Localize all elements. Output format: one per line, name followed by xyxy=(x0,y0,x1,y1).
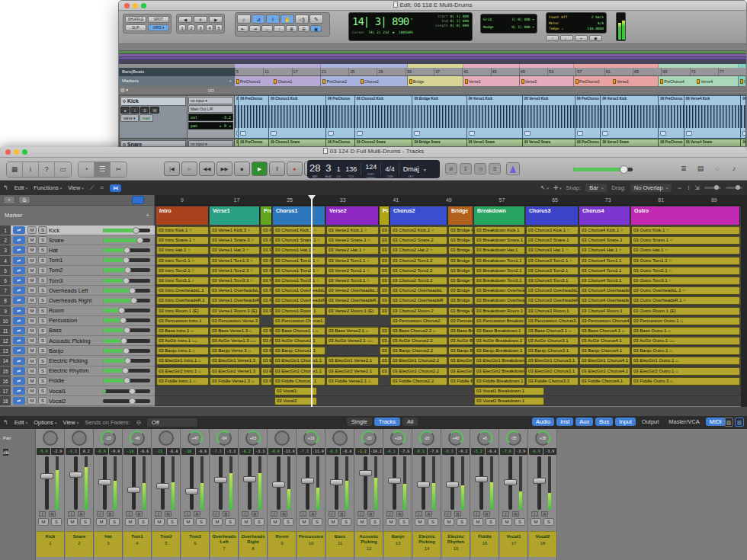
main-counter-value[interactable]: 14| 3| 890 xyxy=(352,14,409,28)
region[interactable]: 03 Bridge T xyxy=(448,277,473,285)
region[interactable]: 03 Banjo Outro.1 ⌂ xyxy=(631,347,740,355)
track-view-selector[interactable]: wave ▾ xyxy=(120,114,139,122)
region[interactable]: 03 AcGtr Br xyxy=(448,337,473,345)
session-toggle-button[interactable]: ⌁ xyxy=(575,35,588,41)
track-header[interactable]: 16 ⇄ M S Fiddle xyxy=(0,376,155,386)
region[interactable]: 03 AcGtr Chorus2.2 xyxy=(390,337,447,345)
fade-handle[interactable] xyxy=(742,131,746,136)
track-name[interactable]: Tom3 xyxy=(49,277,103,284)
input-monitor-button[interactable]: I xyxy=(386,511,393,517)
fader-cap[interactable] xyxy=(504,479,517,485)
marker[interactable]: Verse1 xyxy=(463,79,481,84)
input-monitor-button[interactable]: I xyxy=(97,511,104,517)
mute-button[interactable]: M xyxy=(27,377,37,385)
kick-track-name[interactable]: Kick xyxy=(120,97,186,106)
channel-strip[interactable]: -20 -8.1 -7.6 I R xyxy=(412,429,441,560)
audio-track-icon[interactable]: ⇄ xyxy=(13,277,25,284)
channel-strip[interactable]: -3.3 0.2 I R M xyxy=(65,429,94,560)
region[interactable]: 03 Chorus4 Overheads xyxy=(579,296,630,305)
marker[interactable]: PreChorus3 xyxy=(574,79,600,84)
region[interactable]: 03 Chorus3 OverheadsR xyxy=(526,296,579,305)
vertical-auto-zoom-icon[interactable]: ↕ xyxy=(687,184,690,191)
transport-button[interactable]: ▶ xyxy=(181,162,197,176)
region[interactable]: 03 Percussion Outro.1 ⌂ xyxy=(631,317,740,325)
audio-track-icon[interactable]: ⇄ xyxy=(13,367,25,375)
volume-knob[interactable] xyxy=(133,227,139,234)
volume-knob[interactable] xyxy=(123,327,130,334)
track-header[interactable]: 18 ⇄ M S Vocal2 xyxy=(0,396,155,406)
marker[interactable]: Chorus1 xyxy=(273,206,325,225)
pan-knob[interactable] xyxy=(72,430,87,446)
track-row[interactable]: 14 ⇄ M S Electric Picking xyxy=(0,356,747,366)
mute-button[interactable]: M xyxy=(38,518,49,526)
strip-name-plate[interactable]: Tom2 5 xyxy=(152,531,180,557)
region[interactable]: 03 P xyxy=(380,226,390,235)
pan-knob[interactable]: +47 xyxy=(188,430,203,446)
mute-button[interactable]: M xyxy=(27,257,37,264)
channel-strip[interactable]: -46 -14 -6.6 I R xyxy=(123,429,152,560)
region[interactable]: 03 El xyxy=(261,367,272,376)
solo-button[interactable]: S xyxy=(38,257,47,264)
audio-track-icon[interactable]: ⇄ xyxy=(13,317,25,325)
region[interactable]: 03 Intro OverheadsR.1 xyxy=(156,296,209,305)
solo-button[interactable]: S xyxy=(38,347,47,354)
track-name[interactable]: Kick xyxy=(49,227,103,234)
region[interactable]: 03 Intro Snare.1 ○ xyxy=(156,236,209,245)
region[interactable]: 03 Chorus4 Tom2.1 xyxy=(579,267,630,275)
region[interactable]: 03 Verse1 OverheadsR.3 xyxy=(210,296,260,305)
marker[interactable]: Chorus4 xyxy=(579,206,630,225)
zoom-arrow-button[interactable]: ◀ xyxy=(178,16,192,23)
mute-button[interactable]: M xyxy=(125,518,136,526)
region[interactable]: 03 Chorus1 Tom1.1 ○ xyxy=(273,257,325,265)
audio-track-icon[interactable]: ⇄ xyxy=(13,246,25,254)
edit-mode-button[interactable]: SHUFFLE xyxy=(125,16,146,23)
strip-name-plate[interactable]: Banjo 13 xyxy=(384,531,412,557)
record-enable-button[interactable]: R xyxy=(367,511,374,517)
horizontal-zoom-slider[interactable] xyxy=(726,187,742,189)
audio-track-icon[interactable]: ⇄ xyxy=(13,347,25,354)
pan-knob[interactable]: +6 xyxy=(477,430,492,446)
audio-region[interactable]: 06 PreChorus xyxy=(575,139,601,147)
volume-knob[interactable] xyxy=(124,357,131,364)
waveform-zoom-icon[interactable]: ⇔ xyxy=(676,184,682,191)
region[interactable]: 03 Chorus2 Hat.2 ○ xyxy=(390,246,447,254)
pan-knob[interactable]: -23 xyxy=(101,430,116,446)
fade-handle[interactable] xyxy=(357,131,363,136)
region[interactable]: 03 Fiddle Verse1.3 ⌂ xyxy=(210,377,260,386)
channel-strip[interactable]: +38 -6.9 -3.9 I R xyxy=(528,429,557,560)
region[interactable]: 03 ElecGtr1 Outro.1 ⌂ xyxy=(631,357,740,365)
region[interactable]: 03 Banjo Breakdown.1 xyxy=(474,347,525,355)
strip-name-plate[interactable]: Kick 1 xyxy=(37,531,64,557)
solo-button[interactable]: S xyxy=(399,518,409,526)
metronome-button[interactable] xyxy=(506,162,520,175)
pan-knob[interactable]: -64 xyxy=(216,430,232,446)
region[interactable]: 03 Verse2 Tom3.1 ○ xyxy=(326,277,379,285)
mute-button[interactable]: M xyxy=(241,518,252,526)
pan-knob[interactable]: -30 xyxy=(361,430,377,446)
mute-button[interactable]: M xyxy=(27,337,37,344)
solo-button[interactable]: S xyxy=(109,518,120,526)
track-header[interactable]: 4 ⇄ M S Tom1 xyxy=(0,256,155,266)
input-monitor-button[interactable]: I xyxy=(155,511,162,517)
region[interactable]: 03 ElecGtr1 xyxy=(448,357,473,365)
track-name[interactable]: Bass xyxy=(49,327,103,334)
mute-button[interactable]: M xyxy=(27,357,37,365)
region[interactable]: 03 Fiddle Verse2.1 ⌂ xyxy=(326,377,379,386)
lcd-key[interactable]: Dmaj xyxy=(403,165,419,173)
nudge-value[interactable]: 0| 1| 000 ▾ xyxy=(511,24,534,31)
region[interactable]: 03 Vocal2 Breakdown.1 xyxy=(474,397,544,405)
region[interactable]: 03 Intro OverheadsL.1 xyxy=(156,286,209,295)
track-row[interactable]: 18 ⇄ M S Vocal2 03 xyxy=(0,396,747,406)
input-monitor-button[interactable]: I xyxy=(242,511,248,517)
fader[interactable] xyxy=(470,456,499,510)
region[interactable]: 03 B xyxy=(261,327,272,335)
master-volume-slider[interactable] xyxy=(573,168,633,171)
fader[interactable] xyxy=(383,456,412,510)
region[interactable]: 03 Bass Chorus2.2 ⌂ xyxy=(390,327,447,335)
track-row[interactable]: 2 ⇄ M S Snare 03 In xyxy=(0,235,747,245)
grid-value[interactable]: 1| 0| 000 ▾ xyxy=(511,16,534,24)
region[interactable]: 03 Verse1 Room.3 (E) xyxy=(210,307,260,315)
region[interactable]: 03 Breakdown Tom3.1 xyxy=(474,277,525,285)
solo-button[interactable]: S xyxy=(38,337,47,344)
add-marker-button[interactable]: + xyxy=(146,212,149,219)
